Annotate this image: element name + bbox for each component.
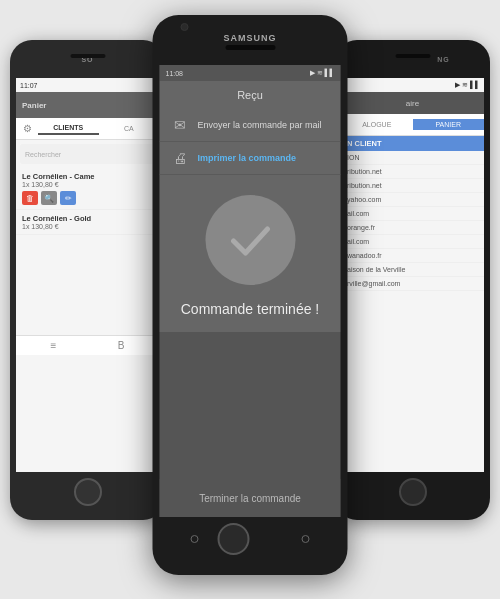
list-row-9: aison de la Verville	[341, 263, 484, 277]
right-home-btn[interactable]	[399, 478, 427, 506]
camera	[180, 23, 188, 31]
right-nav-title: aire	[406, 99, 419, 108]
success-text: Commande terminée !	[181, 301, 320, 317]
left-phone: SO 11:07 Panier ⚙ CLIENTS CA Rechercher …	[10, 40, 165, 520]
right-screen: ▶ ≋ ▌▌ aire ALOGUE PANIER N CLIENT ION r…	[341, 78, 484, 472]
center-status-bar: 11:08 ▶ ≋ ▌▌	[160, 65, 341, 81]
basket-icon[interactable]: B	[118, 340, 125, 351]
menu-icon[interactable]: ≡	[51, 340, 57, 351]
item-name-1: Le Cornélien - Came	[22, 172, 153, 181]
bottom-label: Terminer la commande	[199, 493, 301, 504]
left-screen: 11:07 Panier ⚙ CLIENTS CA Rechercher Le …	[16, 78, 159, 472]
right-status-icons: ▶ ≋ ▌▌	[455, 81, 480, 89]
left-home-btn[interactable]	[74, 478, 102, 506]
right-status-bar: ▶ ≋ ▌▌	[341, 78, 484, 92]
center-home-btn[interactable]	[218, 523, 250, 555]
left-tab-bar: ⚙ CLIENTS CA	[16, 118, 159, 140]
center-time: 11:08	[166, 70, 184, 77]
list-row-1: ION	[341, 151, 484, 165]
center-speaker	[225, 45, 275, 50]
gear-icon[interactable]: ⚙	[16, 123, 38, 134]
left-nav-bar: Panier	[16, 92, 159, 118]
nav-back[interactable]	[190, 535, 198, 543]
item-price-1: 1x 130,80 €	[22, 181, 153, 188]
search-placeholder: Rechercher	[25, 151, 61, 158]
list-row-10: rville@gmail.com	[341, 277, 484, 291]
list-item-2: Le Cornélien - Gold 1x 130,80 €	[16, 210, 159, 235]
right-section-title: N CLIENT	[341, 136, 484, 151]
status-icons: ▶ ≋ ▌▌	[310, 69, 335, 77]
list-row-2: ribution.net	[341, 165, 484, 179]
right-tab-bar: ALOGUE PANIER	[341, 114, 484, 136]
item-price-2: 1x 130,80 €	[22, 223, 153, 230]
left-time: 11:07	[20, 82, 38, 89]
list-row-7: ail.com	[341, 235, 484, 249]
left-speaker	[70, 54, 105, 58]
center-menu: ✉ Envoyer la commande par mail 🖨 Imprime…	[160, 109, 341, 175]
tab-clients[interactable]: CLIENTS	[38, 122, 99, 135]
tab-ca[interactable]: CA	[99, 123, 160, 134]
center-phone: SAMSUNG 11:08 ▶ ≋ ▌▌ Reçu ✉ Envoyer la c…	[153, 15, 348, 575]
checkmark-icon	[225, 215, 275, 265]
right-brand: NG	[437, 56, 450, 63]
right-tab-panier[interactable]: PANIER	[413, 119, 485, 130]
right-speaker	[395, 54, 430, 58]
center-screen: 11:08 ▶ ≋ ▌▌ Reçu ✉ Envoyer la commande …	[160, 65, 341, 517]
print-icon: 🖨	[170, 150, 190, 166]
email-label: Envoyer la commande par mail	[198, 120, 322, 130]
left-header-title: Panier	[22, 101, 46, 110]
right-list: ION ribution.net ribution.net yahoo.com …	[341, 151, 484, 291]
menu-item-print[interactable]: 🖨 Imprimer la commande	[160, 142, 341, 175]
center-header: Reçu	[160, 81, 341, 109]
menu-item-email[interactable]: ✉ Envoyer la commande par mail	[160, 109, 341, 142]
list-row-8: wanadoo.fr	[341, 249, 484, 263]
list-row-6: orange.fr	[341, 221, 484, 235]
list-row-3: ribution.net	[341, 179, 484, 193]
nav-recent[interactable]	[302, 535, 310, 543]
right-nav-bar: aire	[341, 92, 484, 114]
email-icon: ✉	[170, 117, 190, 133]
list-row-4: yahoo.com	[341, 193, 484, 207]
search-btn-1[interactable]: 🔍	[41, 191, 57, 205]
edit-btn-1[interactable]: ✏	[60, 191, 76, 205]
center-bottom-bar[interactable]: Terminer la commande	[160, 479, 341, 517]
check-circle	[205, 195, 295, 285]
list-item-1: Le Cornélien - Came 1x 130,80 € 🗑 🔍 ✏	[16, 168, 159, 210]
left-bottom-nav: ≡ B	[16, 335, 159, 355]
item-name-2: Le Cornélien - Gold	[22, 214, 153, 223]
left-status-bar: 11:07	[16, 78, 159, 92]
item-actions-1: 🗑 🔍 ✏	[22, 191, 153, 205]
print-label: Imprimer la commande	[198, 153, 297, 163]
nav-dots	[153, 523, 348, 555]
right-tab-catalogue[interactable]: ALOGUE	[341, 119, 413, 130]
right-phone: NG ▶ ≋ ▌▌ aire ALOGUE PANIER N CLIENT IO…	[335, 40, 490, 520]
delete-btn-1[interactable]: 🗑	[22, 191, 38, 205]
list-row-5: ail.com	[341, 207, 484, 221]
center-brand: SAMSUNG	[223, 33, 276, 43]
center-success-area: Commande terminée !	[160, 175, 341, 332]
left-search[interactable]: Rechercher	[20, 144, 155, 164]
center-header-title: Reçu	[237, 89, 263, 101]
